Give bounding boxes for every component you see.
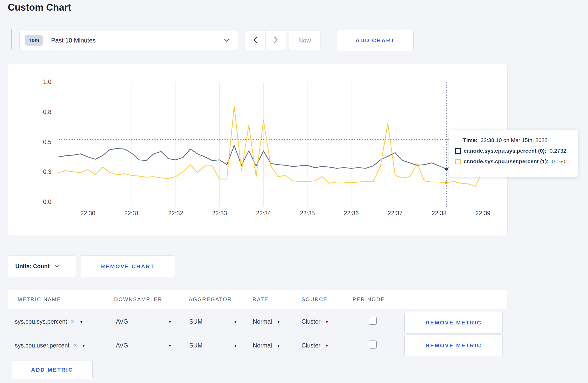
dropdown-arrow-icon: ▼ [325,320,329,324]
chevron-left-icon [253,36,258,45]
col-header-metric-name: METRIC NAME [18,296,61,302]
remove-chart-button[interactable]: REMOVE CHART [81,255,175,277]
metric-name-select[interactable]: sys.cpu.user.percent × ▼ [15,342,86,349]
dropdown-arrow-icon: ▼ [234,344,237,348]
chart-tooltip: Time: 22:38:10 on Mar 15th, 2022 cr.node… [449,130,578,177]
chart-card: 0.00.30.50.81.022:3022:3122:3222:3322:34… [8,64,508,236]
downsampler-select[interactable]: AVG ▼ [116,318,172,325]
page-title: Custom Chart [8,2,71,13]
hover-point [445,181,448,184]
remove-metric-button[interactable]: REMOVE METRIC [404,312,503,334]
dropdown-arrow-icon: ▼ [168,344,172,348]
x-tick-label: 22:34 [256,210,271,217]
time-range-label: Past 10 Minutes [51,37,224,44]
col-header-source: SOURCE [302,296,328,302]
prev-time-button[interactable] [245,31,265,50]
tooltip-series-value: 0.2732 [550,148,566,154]
rate-value: Normal [253,318,272,325]
x-tick-label: 22:32 [168,210,183,217]
custom-chart-page: Custom Chart 10m Past 10 Minutes Now ADD… [0,0,588,383]
y-tick-label: 1.0 [43,79,51,85]
y-tick-label: 0.0 [43,198,51,205]
series-line [59,106,490,186]
series-line [59,145,490,169]
chevron-right-icon [273,36,278,45]
aggregator-select[interactable]: SUM ▼ [189,342,237,349]
metrics-table-header: METRIC NAME DOWNSAMPLER AGGREGATOR RATE … [8,290,507,309]
y-tick-label: 0.8 [43,109,51,115]
col-header-aggregator: AGGREGATOR [189,296,232,302]
downsampler-select[interactable]: AVG ▼ [116,342,172,349]
x-tick-label: 22:35 [300,210,315,217]
time-range-select[interactable]: 10m Past 10 Minutes [19,31,238,50]
dropdown-arrow-icon: ▼ [82,344,86,348]
dropdown-arrow-icon: ▼ [234,320,237,324]
tooltip-series-name: cr.node.sys.cpu.user.percent (1): [464,158,549,165]
x-tick-label: 22:39 [475,210,491,217]
time-range-badge: 10m [25,35,43,46]
col-header-rate: RATE [253,296,269,302]
col-header-downsampler: DOWNSAMPLER [114,296,162,302]
remove-metric-button[interactable]: REMOVE METRIC [404,335,503,356]
source-select[interactable]: Cluster ▼ [302,342,329,349]
metric-name-value: sys.cpu.sys.percent [15,318,67,325]
tooltip-time-label: Time: [463,137,478,143]
rate-value: Normal [253,342,272,349]
tooltip-time-row: Time: 22:38:10 on Mar 15th, 2022 [449,137,573,143]
time-pager [245,31,286,50]
dropdown-arrow-icon: ▼ [80,320,83,324]
hover-point [445,168,448,171]
per-node-checkbox[interactable] [369,317,377,325]
clear-x-icon[interactable]: × [71,318,75,325]
x-tick-label: 22:30 [80,210,95,217]
clear-x-icon[interactable]: × [73,342,77,349]
metric-name-select[interactable]: sys.cpu.sys.percent × ▼ [15,318,83,325]
source-value: Cluster [302,318,320,325]
user-series-swatch-icon [455,159,461,164]
next-time-button[interactable] [265,31,286,50]
x-tick-label: 22:31 [124,210,139,217]
per-node-checkbox[interactable] [369,341,377,349]
x-tick-label: 22:36 [344,210,359,217]
now-button[interactable]: Now [289,31,320,50]
dropdown-arrow-icon: ▼ [277,344,280,348]
y-tick-label: 0.5 [43,139,51,145]
col-header-per-node: PER NODE [353,296,385,302]
x-tick-label: 22:37 [388,210,403,217]
tooltip-time-value: 22:38:10 on Mar 15th, 2022 [481,137,548,143]
downsampler-value: AVG [116,318,128,325]
aggregator-value: SUM [189,342,202,349]
dropdown-arrow-icon: ▼ [277,320,280,324]
dropdown-arrow-icon: ▼ [168,320,172,324]
tooltip-series-value: 0.1601 [552,158,568,165]
toolbar-divider [11,29,12,49]
rate-select[interactable]: Normal ▼ [253,318,280,325]
tooltip-series-name: cr.node.sys.cpu.sys.percent (0): [464,148,547,154]
tooltip-series-row: cr.node.sys.cpu.user.percent (1): 0.1601 [449,158,573,165]
add-metric-button[interactable]: ADD METRIC [12,360,93,379]
units-label: Units: Count [15,263,50,270]
sys-series-swatch-icon [455,148,461,154]
tooltip-series-row: cr.node.sys.cpu.sys.percent (0): 0.2732 [449,148,573,154]
add-chart-button[interactable]: ADD CHART [337,30,414,51]
metric-name-value: sys.cpu.user.percent [15,342,69,349]
rate-select[interactable]: Normal ▼ [253,342,280,349]
source-value: Cluster [302,342,320,349]
timeseries-chart[interactable]: 0.00.30.50.81.022:3022:3122:3222:3322:34… [8,64,507,236]
chevron-down-icon [55,265,59,268]
chevron-down-icon [224,38,230,42]
aggregator-select[interactable]: SUM ▼ [189,318,237,325]
dropdown-arrow-icon: ▼ [325,344,329,348]
aggregator-value: SUM [189,318,202,325]
x-tick-label: 22:38 [432,210,447,217]
units-select[interactable]: Units: Count [8,255,76,277]
x-tick-label: 22:33 [212,210,227,217]
downsampler-value: AVG [116,342,128,349]
y-tick-label: 0.3 [43,168,51,175]
source-select[interactable]: Cluster ▼ [302,318,329,325]
